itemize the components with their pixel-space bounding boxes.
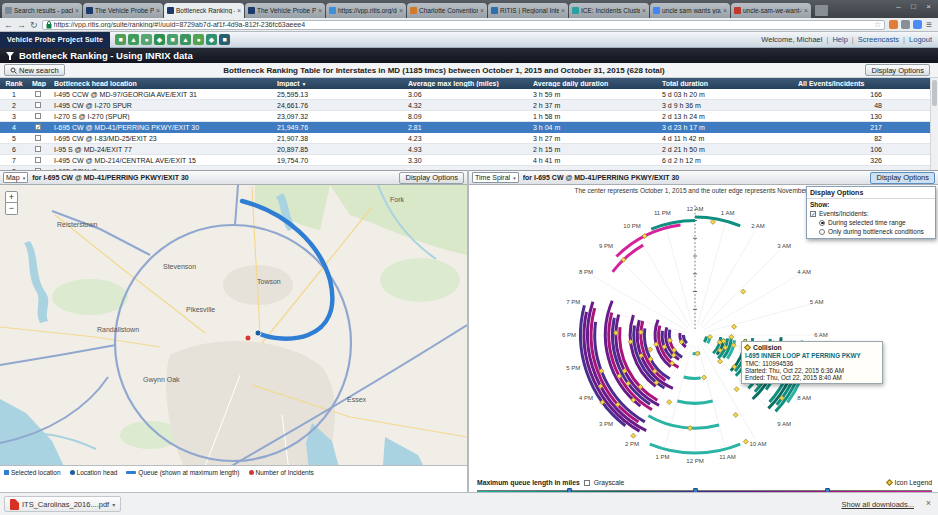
row-map-checkbox[interactable] (35, 102, 41, 108)
event-diamond[interactable] (613, 330, 618, 335)
bookmark-star-icon[interactable]: ☆ (874, 20, 881, 29)
table-row[interactable]: 1I-495 CCW @ MD-97/GEORGIA AVE/EXIT 3125… (0, 89, 930, 100)
column-header[interactable]: Impact▼ (277, 80, 401, 87)
icon-legend[interactable]: Icon Legend (887, 479, 932, 486)
tab-close-icon[interactable]: × (642, 7, 646, 14)
suite-app-icon[interactable]: ● (193, 34, 204, 45)
table-scrollbar[interactable] (930, 78, 938, 170)
scrollbar-thumb[interactable] (932, 80, 937, 106)
table-row[interactable]: 7I-495 CW @ MD-214/CENTRAL AVE/EXIT 1519… (0, 155, 930, 166)
show-all-downloads-link[interactable]: Show all downloads... (841, 500, 914, 509)
suite-app-icon[interactable]: ▲ (128, 34, 139, 45)
browser-tab[interactable]: uncle sam wants you -...× (650, 3, 730, 18)
download-item[interactable]: ITS_Carolinas_2016....pdf ▾ (4, 496, 121, 512)
table-row[interactable]: 5I-695 CW @ I-83/MD-25/EXIT 2321,907.384… (0, 133, 930, 144)
new-search-button[interactable]: New search (4, 64, 65, 76)
logout-link[interactable]: Logout (909, 35, 932, 44)
incidents-marker[interactable] (245, 335, 251, 341)
extension-icon[interactable] (913, 20, 922, 29)
screencasts-link[interactable]: Screencasts (858, 35, 899, 44)
suite-app-icon[interactable]: ● (141, 34, 152, 45)
spiral-view-selector[interactable]: Time Spiral ▾ (472, 172, 519, 183)
tab-close-icon[interactable]: × (804, 7, 808, 14)
extension-icon[interactable] (901, 20, 910, 29)
column-header[interactable]: Map (28, 80, 50, 87)
zoom-in-button[interactable]: + (5, 191, 18, 203)
browser-tab[interactable]: Bottleneck Ranking - U...× (164, 3, 244, 18)
location-head-marker[interactable] (255, 330, 261, 336)
column-header[interactable]: All Events/Incidents (798, 80, 922, 87)
queue-arc[interactable] (704, 337, 706, 343)
back-icon[interactable]: ← (4, 19, 13, 31)
row-map-checkbox[interactable]: ✓ (35, 124, 41, 130)
suite-app-icon[interactable]: ■ (115, 34, 126, 45)
event-diamond[interactable] (688, 426, 693, 431)
tab-close-icon[interactable]: × (75, 7, 79, 14)
row-map-checkbox[interactable] (35, 146, 41, 152)
event-diamond[interactable] (743, 439, 748, 444)
event-diamond[interactable] (631, 433, 636, 438)
tab-close-icon[interactable]: × (399, 7, 403, 14)
event-diamond[interactable] (734, 387, 739, 392)
tab-close-icon[interactable]: × (480, 7, 484, 14)
events-incidents-checkbox[interactable]: ✓ (810, 211, 816, 217)
column-header[interactable]: Bottleneck head location (54, 80, 270, 87)
spiral-display-options-button[interactable]: Display Options (870, 172, 935, 184)
suite-app-icon[interactable]: ▲ (180, 34, 191, 45)
extension-icon[interactable] (889, 20, 898, 29)
event-diamond[interactable] (741, 289, 746, 294)
browser-tab[interactable]: https://vpp.ritis.org/de...× (326, 3, 406, 18)
zoom-out-button[interactable]: − (5, 203, 18, 215)
browser-tab[interactable]: uncle-sam-we-want-y...× (731, 3, 811, 18)
browser-tab[interactable]: The Vehicle Probe Proj...× (245, 3, 325, 18)
browser-tab[interactable]: RITIS | Regional Integr...× (488, 3, 568, 18)
event-diamond[interactable] (638, 330, 643, 335)
queue-arc[interactable] (648, 416, 719, 428)
event-diamond[interactable] (667, 400, 672, 405)
browser-tab[interactable]: Charlotte Convention C...× (407, 3, 487, 18)
table-row[interactable]: 6I-95 S @ MD-24/EXIT 7720,897.854.932 h … (0, 144, 930, 155)
radio-only-bottleneck[interactable] (819, 229, 825, 235)
row-map-checkbox[interactable] (35, 113, 41, 119)
reload-icon[interactable]: ↻ (30, 19, 38, 31)
table-row[interactable]: 3I-270 S @ I-270 (SPUR)23,097.328.091 h … (0, 111, 930, 122)
event-diamond[interactable] (628, 339, 633, 344)
grayscale-checkbox[interactable] (584, 480, 590, 486)
table-row[interactable]: 4✓I-695 CW @ MD-41/PERRING PKWY/EXIT 302… (0, 122, 930, 133)
queue-arc[interactable] (684, 377, 701, 378)
table-display-options-button[interactable]: Display Options (865, 64, 930, 76)
event-diamond[interactable] (733, 412, 738, 417)
browser-tab[interactable]: ICE: Incidents Clusteri...× (569, 3, 649, 18)
table-row[interactable]: 2I-495 CW @ I-270 SPUR24,661.764.322 h 3… (0, 100, 930, 111)
close-downloads-bar-icon[interactable]: × (926, 498, 931, 508)
tab-close-icon[interactable]: × (318, 7, 322, 14)
radio-during-selected-range[interactable] (819, 220, 825, 226)
maximize-button[interactable]: □ (906, 1, 921, 12)
help-link[interactable]: Help (832, 35, 847, 44)
queue-arc[interactable] (695, 217, 740, 226)
row-map-checkbox[interactable] (35, 157, 41, 163)
url-bar[interactable]: https://vpp.ritis.org/suite/ranking/#!/u… (42, 20, 886, 30)
column-header[interactable]: Total duration (662, 80, 792, 87)
tab-close-icon[interactable]: × (237, 7, 241, 14)
chevron-down-icon[interactable]: ▾ (112, 501, 115, 508)
suite-app-icon[interactable]: ■ (167, 34, 178, 45)
tab-close-icon[interactable]: × (561, 7, 565, 14)
new-tab-button[interactable] (815, 5, 828, 16)
map-canvas[interactable]: ReisterstownForkStevensonTowsonPikesvill… (0, 185, 467, 479)
tab-close-icon[interactable]: × (156, 7, 160, 14)
tab-close-icon[interactable]: × (723, 7, 727, 14)
app-logo[interactable]: Vehicle Probe Project Suite (0, 32, 110, 48)
suite-app-icon[interactable]: ■ (219, 34, 230, 45)
row-map-checkbox[interactable] (35, 135, 41, 141)
close-window-button[interactable]: × (921, 1, 936, 12)
queue-arc[interactable] (617, 225, 681, 257)
browser-tab[interactable]: The Vehicle Probe Proj...× (83, 3, 163, 18)
map-view-selector[interactable]: Map ▾ (3, 172, 28, 183)
browser-menu-icon[interactable]: ≡ (926, 19, 932, 30)
suite-app-icon[interactable]: ◆ (154, 34, 165, 45)
column-header[interactable]: Average daily duration (533, 80, 655, 87)
column-header[interactable]: Rank (0, 80, 28, 87)
column-header[interactable]: Average max length (miles) (408, 80, 526, 87)
event-diamond[interactable] (710, 219, 715, 224)
